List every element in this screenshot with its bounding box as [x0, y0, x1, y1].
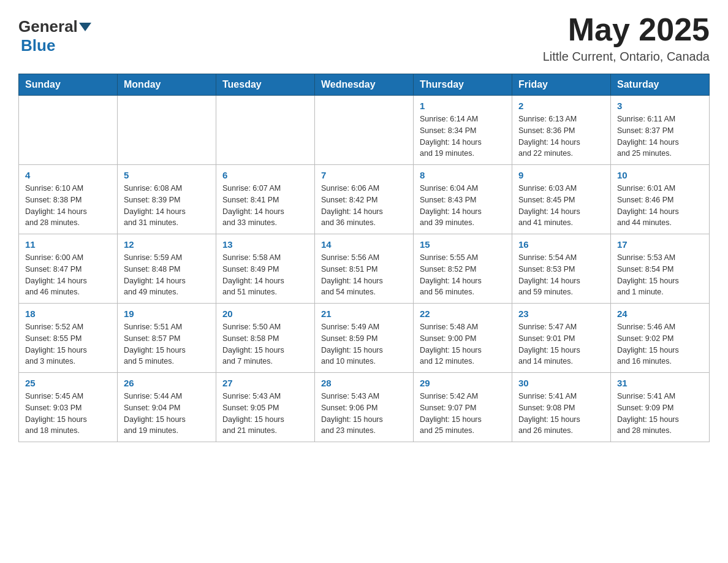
day-number: 31: [617, 378, 703, 388]
day-info: Sunrise: 6:14 AMSunset: 8:34 PMDaylight:…: [420, 113, 506, 159]
calendar-cell: 17Sunrise: 5:53 AMSunset: 8:54 PMDayligh…: [611, 234, 710, 304]
day-number: 5: [124, 170, 210, 180]
day-info: Sunrise: 6:08 AMSunset: 8:39 PMDaylight:…: [124, 183, 210, 229]
day-info: Sunrise: 6:00 AMSunset: 8:47 PMDaylight:…: [25, 252, 111, 298]
calendar-cell: 20Sunrise: 5:50 AMSunset: 8:58 PMDayligh…: [216, 304, 315, 373]
calendar-cell: [118, 96, 216, 165]
calendar-cell: 4Sunrise: 6:10 AMSunset: 8:38 PMDaylight…: [19, 165, 118, 234]
calendar-cell: [216, 96, 315, 165]
calendar-cell: 5Sunrise: 6:08 AMSunset: 8:39 PMDaylight…: [118, 165, 216, 234]
calendar-cell: 8Sunrise: 6:04 AMSunset: 8:43 PMDaylight…: [414, 165, 512, 234]
calendar-cell: 2Sunrise: 6:13 AMSunset: 8:36 PMDaylight…: [512, 96, 611, 165]
day-number: 26: [124, 378, 210, 388]
day-number: 15: [420, 239, 506, 250]
calendar-cell: 9Sunrise: 6:03 AMSunset: 8:45 PMDaylight…: [512, 165, 611, 234]
calendar-table: SundayMondayTuesdayWednesdayThursdayFrid…: [18, 74, 710, 442]
day-info: Sunrise: 5:55 AMSunset: 8:52 PMDaylight:…: [420, 252, 506, 298]
day-number: 10: [617, 170, 703, 180]
day-number: 7: [321, 170, 407, 180]
calendar-week-row: 25Sunrise: 5:45 AMSunset: 9:03 PMDayligh…: [19, 373, 710, 442]
calendar-cell: 24Sunrise: 5:46 AMSunset: 9:02 PMDayligh…: [611, 304, 710, 373]
day-number: 21: [321, 308, 407, 319]
calendar-week-row: 1Sunrise: 6:14 AMSunset: 8:34 PMDaylight…: [19, 96, 710, 165]
day-info: Sunrise: 6:07 AMSunset: 8:41 PMDaylight:…: [222, 183, 308, 229]
column-header-friday: Friday: [512, 74, 611, 96]
day-number: 3: [617, 101, 703, 111]
day-number: 11: [25, 239, 111, 250]
day-number: 17: [617, 239, 703, 250]
calendar-cell: 3Sunrise: 6:11 AMSunset: 8:37 PMDaylight…: [611, 96, 710, 165]
column-header-sunday: Sunday: [19, 74, 118, 96]
calendar-cell: 30Sunrise: 5:41 AMSunset: 9:08 PMDayligh…: [512, 373, 611, 442]
calendar-cell: 31Sunrise: 5:41 AMSunset: 9:09 PMDayligh…: [611, 373, 710, 442]
day-info: Sunrise: 6:03 AMSunset: 8:45 PMDaylight:…: [518, 183, 604, 229]
day-number: 12: [124, 239, 210, 250]
day-info: Sunrise: 6:04 AMSunset: 8:43 PMDaylight:…: [420, 183, 506, 229]
calendar-week-row: 11Sunrise: 6:00 AMSunset: 8:47 PMDayligh…: [19, 234, 710, 304]
day-info: Sunrise: 5:41 AMSunset: 9:08 PMDaylight:…: [518, 391, 604, 437]
calendar-cell: 12Sunrise: 5:59 AMSunset: 8:48 PMDayligh…: [118, 234, 216, 304]
calendar-cell: 7Sunrise: 6:06 AMSunset: 8:42 PMDaylight…: [315, 165, 414, 234]
logo-blue-text: Blue: [21, 36, 55, 55]
day-info: Sunrise: 5:43 AMSunset: 9:05 PMDaylight:…: [222, 391, 308, 437]
calendar-cell: 26Sunrise: 5:44 AMSunset: 9:04 PMDayligh…: [118, 373, 216, 442]
calendar-week-row: 18Sunrise: 5:52 AMSunset: 8:55 PMDayligh…: [19, 304, 710, 373]
calendar-cell: 18Sunrise: 5:52 AMSunset: 8:55 PMDayligh…: [19, 304, 118, 373]
day-info: Sunrise: 5:58 AMSunset: 8:49 PMDaylight:…: [222, 252, 308, 298]
day-number: 1: [420, 101, 506, 111]
day-number: 19: [124, 308, 210, 319]
day-info: Sunrise: 5:50 AMSunset: 8:58 PMDaylight:…: [222, 321, 308, 367]
day-number: 2: [518, 101, 604, 111]
page-header: General Blue May 2025 Little Current, On…: [18, 12, 710, 64]
day-info: Sunrise: 6:10 AMSunset: 8:38 PMDaylight:…: [25, 183, 111, 229]
calendar-cell: [315, 96, 414, 165]
day-number: 16: [518, 239, 604, 250]
calendar-cell: 25Sunrise: 5:45 AMSunset: 9:03 PMDayligh…: [19, 373, 118, 442]
day-info: Sunrise: 5:53 AMSunset: 8:54 PMDaylight:…: [617, 252, 703, 298]
calendar-week-row: 4Sunrise: 6:10 AMSunset: 8:38 PMDaylight…: [19, 165, 710, 234]
logo-arrow-icon: [79, 23, 91, 31]
logo-general-text: General: [18, 17, 78, 36]
day-info: Sunrise: 5:59 AMSunset: 8:48 PMDaylight:…: [124, 252, 210, 298]
calendar-cell: 23Sunrise: 5:47 AMSunset: 9:01 PMDayligh…: [512, 304, 611, 373]
day-number: 30: [518, 378, 604, 388]
calendar-cell: 16Sunrise: 5:54 AMSunset: 8:53 PMDayligh…: [512, 234, 611, 304]
day-number: 29: [420, 378, 506, 388]
day-info: Sunrise: 5:46 AMSunset: 9:02 PMDaylight:…: [617, 321, 703, 367]
day-info: Sunrise: 5:54 AMSunset: 8:53 PMDaylight:…: [518, 252, 604, 298]
calendar-header-row: SundayMondayTuesdayWednesdayThursdayFrid…: [19, 74, 710, 96]
day-info: Sunrise: 5:41 AMSunset: 9:09 PMDaylight:…: [617, 391, 703, 437]
title-block: May 2025 Little Current, Ontario, Canada: [543, 12, 710, 64]
day-number: 25: [25, 378, 111, 388]
calendar-cell: [19, 96, 118, 165]
calendar-cell: 15Sunrise: 5:55 AMSunset: 8:52 PMDayligh…: [414, 234, 512, 304]
calendar-cell: 13Sunrise: 5:58 AMSunset: 8:49 PMDayligh…: [216, 234, 315, 304]
column-header-saturday: Saturday: [611, 74, 710, 96]
day-info: Sunrise: 5:49 AMSunset: 8:59 PMDaylight:…: [321, 321, 407, 367]
calendar-cell: 11Sunrise: 6:00 AMSunset: 8:47 PMDayligh…: [19, 234, 118, 304]
column-header-monday: Monday: [118, 74, 216, 96]
day-number: 14: [321, 239, 407, 250]
day-number: 4: [25, 170, 111, 180]
day-info: Sunrise: 5:45 AMSunset: 9:03 PMDaylight:…: [25, 391, 111, 437]
location-subtitle: Little Current, Ontario, Canada: [543, 50, 710, 64]
day-number: 27: [222, 378, 308, 388]
calendar-cell: 28Sunrise: 5:43 AMSunset: 9:06 PMDayligh…: [315, 373, 414, 442]
day-info: Sunrise: 5:43 AMSunset: 9:06 PMDaylight:…: [321, 391, 407, 437]
calendar-cell: 6Sunrise: 6:07 AMSunset: 8:41 PMDaylight…: [216, 165, 315, 234]
day-info: Sunrise: 6:11 AMSunset: 8:37 PMDaylight:…: [617, 113, 703, 159]
day-number: 9: [518, 170, 604, 180]
day-number: 23: [518, 308, 604, 319]
column-header-wednesday: Wednesday: [315, 74, 414, 96]
day-info: Sunrise: 5:47 AMSunset: 9:01 PMDaylight:…: [518, 321, 604, 367]
day-info: Sunrise: 6:13 AMSunset: 8:36 PMDaylight:…: [518, 113, 604, 159]
day-number: 28: [321, 378, 407, 388]
day-number: 22: [420, 308, 506, 319]
day-number: 18: [25, 308, 111, 319]
calendar-cell: 1Sunrise: 6:14 AMSunset: 8:34 PMDaylight…: [414, 96, 512, 165]
day-info: Sunrise: 6:01 AMSunset: 8:46 PMDaylight:…: [617, 183, 703, 229]
column-header-thursday: Thursday: [414, 74, 512, 96]
column-header-tuesday: Tuesday: [216, 74, 315, 96]
calendar-cell: 21Sunrise: 5:49 AMSunset: 8:59 PMDayligh…: [315, 304, 414, 373]
calendar-cell: 19Sunrise: 5:51 AMSunset: 8:57 PMDayligh…: [118, 304, 216, 373]
